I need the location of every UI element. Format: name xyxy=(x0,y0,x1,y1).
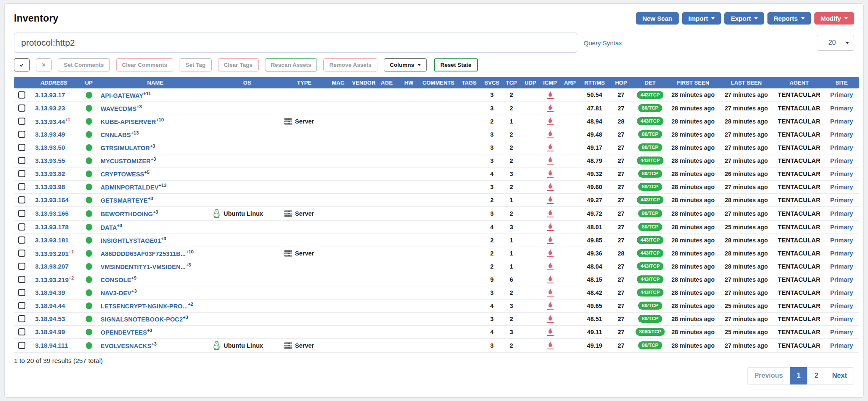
column-header-agent[interactable]: AGENT xyxy=(774,77,824,88)
site-link[interactable]: Primary xyxy=(830,105,853,112)
column-header-hop[interactable]: HOP xyxy=(609,77,633,88)
row-checkbox[interactable] xyxy=(18,289,25,296)
column-header-det[interactable]: DET xyxy=(633,77,668,88)
row-checkbox[interactable] xyxy=(18,170,25,177)
asset-name-link[interactable]: API-GATEWAY xyxy=(101,92,143,99)
detection-port-badge[interactable]: 443/TCP xyxy=(637,91,663,99)
detection-port-badge[interactable]: 80/TCP xyxy=(638,223,662,231)
column-header-arp[interactable]: ARP xyxy=(560,77,580,88)
address-link[interactable]: 3.13.93.207 xyxy=(35,263,68,270)
site-link[interactable]: Primary xyxy=(830,237,853,244)
row-checkbox[interactable] xyxy=(18,183,25,190)
detection-port-badge[interactable]: 443/TCP xyxy=(637,249,663,257)
address-link[interactable]: 3.13.93.219 xyxy=(35,276,68,283)
page-size-select[interactable]: 20 xyxy=(817,35,854,51)
column-header-tags[interactable]: TAGS xyxy=(456,77,482,88)
column-header-up[interactable]: UP xyxy=(78,77,99,88)
import-button[interactable]: Import xyxy=(682,12,721,25)
asset-name-link[interactable]: EVOLVESNACKS xyxy=(101,343,151,349)
row-checkbox[interactable] xyxy=(18,157,25,164)
modify-button[interactable]: Modify xyxy=(814,12,854,25)
row-checkbox[interactable] xyxy=(18,328,25,335)
row-checkbox[interactable] xyxy=(18,302,25,309)
asset-name-link[interactable]: MYCUSTOMIZER xyxy=(101,158,151,165)
detection-port-badge[interactable]: 80/TCP xyxy=(638,209,662,217)
detection-port-badge[interactable]: 80/TCP xyxy=(638,130,662,138)
asset-name-link[interactable]: GETSMARTEYE xyxy=(101,197,147,204)
site-link[interactable]: Primary xyxy=(830,118,853,125)
address-link[interactable]: 3.18.94.99 xyxy=(35,328,65,335)
row-checkbox[interactable] xyxy=(18,210,25,217)
site-link[interactable]: Primary xyxy=(830,329,853,335)
detection-port-badge[interactable]: 80/TCP xyxy=(638,302,662,310)
row-checkbox[interactable] xyxy=(18,315,25,322)
detection-port-badge[interactable]: 443/TCP xyxy=(637,157,663,165)
search-input[interactable] xyxy=(14,33,577,53)
column-header-tcp[interactable]: TCP xyxy=(502,77,521,88)
set-comments-button[interactable]: Set Comments xyxy=(58,58,110,71)
address-link[interactable]: 3.18.94.39 xyxy=(35,289,65,296)
reset-state-button[interactable]: Reset State xyxy=(434,58,478,71)
asset-name-link[interactable]: GTRSIMULATOR xyxy=(101,145,150,151)
site-link[interactable]: Primary xyxy=(830,250,853,257)
reports-button[interactable]: Reports xyxy=(767,12,811,25)
pagination-previous-button[interactable]: Previous xyxy=(747,367,790,385)
detection-port-badge[interactable]: 80/TCP xyxy=(638,143,662,151)
address-link[interactable]: 3.13.93.201 xyxy=(35,250,68,257)
detection-port-badge[interactable]: 80/TCP xyxy=(638,170,662,178)
row-checkbox[interactable] xyxy=(18,91,25,99)
columns-button[interactable]: Columns xyxy=(384,58,427,71)
row-checkbox[interactable] xyxy=(18,196,25,203)
set-tag-button[interactable]: Set Tag xyxy=(180,58,212,71)
column-header-os[interactable]: OS xyxy=(211,77,283,88)
asset-name-link[interactable]: ADMINPORTALDEV xyxy=(101,184,158,191)
row-checkbox[interactable] xyxy=(18,118,25,125)
clear-comments-button[interactable]: Clear Comments xyxy=(116,58,173,71)
row-checkbox[interactable] xyxy=(18,223,25,231)
detection-port-badge[interactable]: 80/TCP xyxy=(638,183,662,191)
detection-port-badge[interactable]: 443/TCP xyxy=(637,236,663,244)
address-link[interactable]: 3.18.94.111 xyxy=(35,342,68,349)
deselect-all-button[interactable] xyxy=(36,58,52,71)
rescan-assets-button[interactable]: Rescan Assets xyxy=(265,58,317,71)
site-link[interactable]: Primary xyxy=(830,316,853,322)
site-link[interactable]: Primary xyxy=(830,224,853,231)
asset-name-link[interactable]: WAVECDMS xyxy=(101,105,136,112)
address-link[interactable]: 3.13.93.82 xyxy=(35,170,65,177)
pagination-next-button[interactable]: Next xyxy=(825,367,854,385)
detection-port-badge[interactable]: 443/TCP xyxy=(637,288,663,297)
detection-port-badge[interactable]: 8080/TCP xyxy=(636,328,665,336)
site-link[interactable]: Primary xyxy=(830,263,853,270)
asset-name-link[interactable]: CNNLABS xyxy=(101,132,131,138)
site-link[interactable]: Primary xyxy=(830,157,853,164)
detection-port-badge[interactable]: 443/TCP xyxy=(637,262,663,270)
column-header-icmp[interactable]: ICMP xyxy=(540,77,560,88)
site-link[interactable]: Primary xyxy=(830,289,853,296)
column-header-site[interactable]: SITE xyxy=(824,77,859,88)
remove-assets-button[interactable]: Remove Assets xyxy=(323,58,377,71)
detection-port-badge[interactable]: 443/TCP xyxy=(637,196,663,204)
column-header-svcs[interactable]: SVCS xyxy=(482,77,502,88)
asset-name-link[interactable]: VMSINDENTITY1-VMSIDEN... xyxy=(101,264,186,270)
asset-name-link[interactable]: A86DDDD63AF03F725311B... xyxy=(101,250,186,257)
detection-port-badge[interactable]: 80/TCP xyxy=(638,341,662,349)
site-link[interactable]: Primary xyxy=(830,131,853,138)
detection-port-badge[interactable]: 443/TCP xyxy=(637,117,663,125)
site-link[interactable]: Primary xyxy=(830,144,853,151)
site-link[interactable]: Primary xyxy=(830,210,853,217)
asset-name-link[interactable]: SIGNALSNOTEBOOK-POC2 xyxy=(101,316,183,323)
address-link[interactable]: 3.13.93.44 xyxy=(35,118,65,125)
address-link[interactable]: 3.13.93.50 xyxy=(35,144,65,151)
address-link[interactable]: 3.18.94.53 xyxy=(35,315,65,322)
column-header-name[interactable]: NAME xyxy=(99,77,211,88)
column-header-type[interactable]: TYPE xyxy=(283,77,325,88)
site-link[interactable]: Primary xyxy=(830,197,853,203)
asset-name-link[interactable]: DATA xyxy=(101,224,117,231)
new-scan-button[interactable]: New Scan xyxy=(636,12,679,25)
row-checkbox[interactable] xyxy=(18,276,25,283)
row-checkbox[interactable] xyxy=(18,263,25,270)
address-link[interactable]: 3.13.93.23 xyxy=(35,104,65,112)
address-link[interactable]: 3.13.93.166 xyxy=(35,210,68,217)
asset-name-link[interactable]: KUBE-APISERVER xyxy=(101,118,156,125)
column-header-age[interactable]: AGE xyxy=(376,77,397,88)
